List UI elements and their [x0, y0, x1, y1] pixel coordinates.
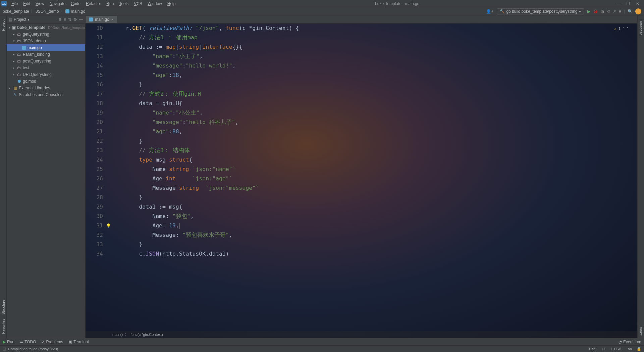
- code-line[interactable]: }: [112, 240, 637, 249]
- line-number[interactable]: 12: [86, 42, 103, 52]
- caret-position[interactable]: 31:21: [588, 347, 597, 351]
- code-line[interactable]: }: [112, 136, 637, 146]
- tab-main-go[interactable]: main.go ×: [86, 16, 117, 23]
- tree-scratches[interactable]: ✎ Scratches and Consoles: [7, 91, 85, 98]
- code-line[interactable]: Message string `json:"message"`: [112, 183, 637, 193]
- code-line[interactable]: // 方法3： 结构体: [112, 146, 637, 155]
- code-line[interactable]: type msg struct{: [112, 155, 637, 165]
- menu-refactor[interactable]: Refactor: [83, 1, 104, 7]
- line-number[interactable]: 19: [86, 108, 103, 118]
- tree-folder-json-demo[interactable]: ▾🗀 JSON_demo: [7, 38, 85, 44]
- line-number[interactable]: 18: [86, 99, 103, 108]
- file-encoding[interactable]: UTF-8: [611, 347, 621, 351]
- collapse-icon[interactable]: ⇅: [68, 17, 71, 22]
- locate-icon[interactable]: ⊕: [58, 17, 62, 22]
- code-line[interactable]: data := map[string]interface{}{: [112, 42, 637, 52]
- code-line[interactable]: Name: "骚包",: [112, 212, 637, 221]
- line-number[interactable]: 30: [86, 212, 103, 221]
- todo-tool-tab[interactable]: ≣TODO: [20, 340, 36, 344]
- run-config-selector[interactable]: 🔨 go build boke_template/postQuerystring…: [497, 8, 584, 14]
- maximize-icon[interactable]: ☐: [626, 1, 630, 6]
- lock-icon[interactable]: 🔒: [637, 347, 641, 351]
- event-log-tab[interactable]: ◔Event Log: [619, 340, 641, 344]
- code-line[interactable]: }: [112, 193, 637, 202]
- code-line[interactable]: "age":88,: [112, 127, 637, 136]
- code-line[interactable]: Age int `json:"age"`: [112, 174, 637, 183]
- problems-tool-tab[interactable]: ⊘Problems: [41, 340, 63, 344]
- tree-folder-urlquerystring[interactable]: ▸🗀 URLQuerystring: [7, 71, 85, 78]
- intention-bulb-icon[interactable]: 💡: [106, 221, 111, 230]
- crumb-main[interactable]: main(): [112, 333, 123, 337]
- code-line[interactable]: "message":"hello world!",: [112, 61, 637, 71]
- code-line[interactable]: "message":"hello 科科儿子",: [112, 118, 637, 127]
- code-line[interactable]: data1 := msg{: [112, 202, 637, 212]
- database-tool-tab[interactable]: Database: [639, 17, 643, 37]
- menu-code[interactable]: Code: [68, 1, 83, 7]
- line-number[interactable]: 23: [86, 146, 103, 155]
- menu-help[interactable]: Help: [165, 1, 178, 7]
- breadcrumb-file[interactable]: main.go: [65, 9, 85, 14]
- crumb-func[interactable]: func(c *gin.Context): [130, 333, 163, 337]
- close-tab-icon[interactable]: ×: [111, 17, 113, 21]
- tree-folder-test[interactable]: ▸🗀 test: [7, 64, 85, 71]
- tree-folder-param-binding[interactable]: ▸🗀 Param_binding: [7, 51, 85, 58]
- search-icon[interactable]: 🔍: [628, 9, 633, 14]
- menu-tools[interactable]: Tools: [116, 1, 131, 7]
- project-tool-tab[interactable]: Project: [1, 17, 5, 33]
- code-line[interactable]: "age":18,: [112, 71, 637, 80]
- structure-tool-tab[interactable]: Structure: [1, 298, 5, 317]
- menu-run[interactable]: Run: [104, 1, 116, 7]
- line-number[interactable]: 28: [86, 193, 103, 202]
- line-number[interactable]: 11: [86, 33, 103, 42]
- line-separator[interactable]: LF: [602, 347, 606, 351]
- add-user-icon[interactable]: 👤+: [486, 9, 493, 14]
- code-line[interactable]: // 方式2： 使用gin.H: [112, 89, 637, 99]
- line-number[interactable]: 21: [86, 127, 103, 136]
- run-icon[interactable]: ▶: [587, 9, 590, 14]
- hide-icon[interactable]: —: [79, 17, 83, 22]
- line-number-gutter[interactable]: 1011121314151617181920212223242526272829…: [86, 24, 112, 331]
- gear-icon[interactable]: ⚙: [73, 17, 77, 22]
- tree-project-root[interactable]: ▾ ▣ boke_template D:\Go\src\boke_templat…: [7, 24, 85, 31]
- stop-icon[interactable]: ■: [619, 9, 621, 14]
- tree-external-libraries[interactable]: ▸▥ External Libraries: [7, 85, 85, 91]
- code-line[interactable]: r.GET( relativePath: "/json", func(c *gi…: [112, 24, 637, 33]
- debug-icon[interactable]: 🐞: [593, 9, 598, 14]
- menu-file[interactable]: File: [9, 1, 20, 7]
- tree-folder-postquerystring[interactable]: ▸🗀 postQuerystring: [7, 58, 85, 64]
- chevron-up-icon[interactable]: ˄: [623, 24, 625, 34]
- code-line[interactable]: "name":"小公主",: [112, 108, 637, 118]
- menu-vcs[interactable]: VCS: [131, 1, 145, 7]
- code-line[interactable]: "name":"小王子",: [112, 52, 637, 61]
- editor-inspection-status[interactable]: ⚠ 1 ˄ ˅: [614, 24, 629, 34]
- close-icon[interactable]: ✕: [636, 1, 639, 6]
- line-number[interactable]: 29: [86, 202, 103, 212]
- coverage-icon[interactable]: ◑: [601, 9, 604, 14]
- code-line[interactable]: Age: 19,: [112, 221, 637, 230]
- line-number[interactable]: 16: [86, 80, 103, 89]
- line-number[interactable]: 20: [86, 118, 103, 127]
- line-number[interactable]: 10: [86, 24, 103, 33]
- line-number[interactable]: 22: [86, 136, 103, 146]
- expand-icon[interactable]: ≡: [64, 17, 66, 22]
- line-number[interactable]: 31💡: [86, 221, 103, 230]
- sidebar-title[interactable]: Project: [14, 17, 26, 22]
- chevron-down-icon[interactable]: ▾: [28, 17, 30, 22]
- menu-view[interactable]: View: [33, 1, 47, 7]
- code-line[interactable]: c.JSON(http.StatusOK,data1): [112, 249, 637, 259]
- terminal-tool-tab[interactable]: ▣Terminal: [68, 340, 89, 344]
- line-number[interactable]: 27: [86, 183, 103, 193]
- menu-window[interactable]: Window: [145, 1, 165, 7]
- avatar[interactable]: [635, 8, 641, 14]
- breadcrumb-root[interactable]: boke_template: [3, 9, 29, 14]
- code-line[interactable]: Name string `json:"name"`: [112, 165, 637, 174]
- line-number[interactable]: 14: [86, 61, 103, 71]
- status-window-icon[interactable]: ▢: [3, 347, 6, 351]
- line-number[interactable]: 25: [86, 165, 103, 174]
- code-content[interactable]: r.GET( relativePath: "/json", func(c *gi…: [112, 24, 637, 331]
- line-number[interactable]: 32: [86, 230, 103, 240]
- line-number[interactable]: 15: [86, 71, 103, 80]
- line-number[interactable]: 26: [86, 174, 103, 183]
- code-area[interactable]: ⚠ 1 ˄ ˅ 10111213141516171819202122232425…: [86, 24, 637, 331]
- line-number[interactable]: 17: [86, 89, 103, 99]
